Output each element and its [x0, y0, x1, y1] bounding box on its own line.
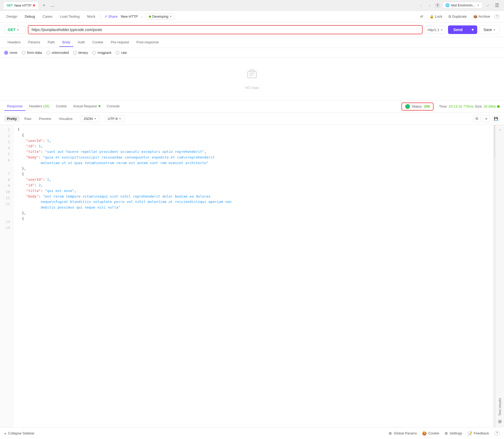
grid-view-icon[interactable]: ⊞	[497, 418, 503, 425]
lock-icon: 🔒	[430, 14, 434, 18]
method-selector[interactable]: GET ▼	[4, 26, 26, 34]
tab-cases[interactable]: Cases	[40, 13, 55, 20]
settings-label: Settings	[450, 431, 462, 435]
cookie-button[interactable]: 🍪 Cookie	[422, 431, 439, 436]
method-label: GET	[8, 28, 16, 32]
bottom-right-actions: ⚙ Global Params 🍪 Cookie ⚙ Settings 📝 Fe…	[389, 431, 500, 436]
test-results-label[interactable]: Test results	[498, 135, 502, 416]
resp-tab-console[interactable]: Console	[104, 102, 122, 111]
json-line-4: "id": 1,	[18, 143, 489, 149]
nav-forward-button[interactable]: ›	[426, 2, 433, 9]
more-tabs-button[interactable]: ...	[49, 2, 55, 8]
format-bar: Pretty Raw Preview Visualize JSON ▼ UTF-…	[0, 113, 504, 125]
line-12: 12	[0, 201, 13, 207]
radio-none	[4, 51, 8, 55]
encoding-selector[interactable]: UTF-8 ▼	[105, 115, 125, 122]
feedback-button[interactable]: 📝 Feedback	[468, 431, 489, 436]
bottom-bar: « Collapse Sidebar ⚙ Global Params 🍪 Coo…	[0, 427, 504, 439]
resp-tab-actual-request[interactable]: Actual Request	[70, 102, 103, 111]
save-response-button[interactable]: 💾	[492, 115, 500, 122]
collapse-sidebar-button[interactable]: « Collapse Sidebar	[4, 431, 35, 436]
collapse-icon: «	[4, 431, 6, 436]
hamburger-menu[interactable]: ☰	[493, 2, 501, 9]
req-tab-cookie[interactable]: Cookie	[89, 38, 106, 47]
nav-back-button[interactable]: ‹	[418, 2, 424, 9]
encoding-label: UTF-8	[108, 117, 118, 121]
global-params-button[interactable]: ⚙ Global Params	[389, 431, 417, 436]
tab-mock[interactable]: Mock	[85, 13, 97, 20]
resp-tab-headers[interactable]: Headers (26)	[27, 102, 52, 111]
json-content: [ { "userId": 1, "id": 1, "title": "sunt…	[13, 125, 493, 427]
line-14: 14	[0, 225, 13, 231]
json-line-5: "title": "sunt aut facere repellat provi…	[18, 149, 489, 155]
body-option-msgpack[interactable]: msgpack	[92, 51, 111, 55]
sync-button[interactable]: ⇄	[418, 13, 425, 20]
url-input[interactable]	[32, 28, 419, 32]
bottom-help-icon[interactable]: ?	[494, 431, 500, 436]
format-tab-pretty[interactable]: Pretty	[4, 116, 20, 122]
format-tab-preview[interactable]: Preview	[36, 116, 54, 122]
tab-design[interactable]: Design	[4, 13, 19, 20]
copy-button[interactable]: ⧉	[473, 115, 480, 122]
req-tab-postresponse[interactable]: Post-response	[133, 38, 162, 47]
actual-request-dot	[99, 105, 100, 107]
req-tab-path[interactable]: Path	[44, 38, 58, 47]
save-button[interactable]: Save ▼	[479, 25, 500, 34]
help-icon[interactable]: ?	[494, 14, 500, 19]
body-option-binary[interactable]: binary	[73, 51, 88, 55]
body-option-urlencoded[interactable]: urlencoded	[46, 51, 69, 55]
duplicate-button[interactable]: ⧉ Duplicate	[446, 13, 469, 20]
main-toolbar: Design Debug Cases Load Testing Mock ↗ S…	[0, 11, 504, 22]
req-tab-headers[interactable]: Headers	[4, 38, 24, 47]
env-status-dot	[149, 16, 151, 18]
body-option-none[interactable]: none	[4, 51, 17, 55]
duplicate-label: Duplicate	[452, 14, 467, 18]
resp-tab-cookie[interactable]: Cookie	[53, 102, 69, 111]
tab-title: New HTTP	[14, 3, 32, 7]
req-tab-body[interactable]: Body	[59, 38, 74, 47]
json-line-7: },	[18, 166, 489, 172]
response-time-meta: Time: 20:13:16 776ms Size: 26.88kb	[439, 104, 500, 108]
line-7: 7	[0, 164, 13, 177]
collapse-sidebar-icon[interactable]: «	[498, 127, 502, 133]
status-code: 200	[424, 104, 430, 108]
settings-button[interactable]: ⚙ Settings	[445, 431, 462, 436]
archive-button[interactable]: 📦 Archive	[471, 13, 492, 20]
body-option-raw[interactable]: raw	[116, 51, 127, 55]
environment-selector[interactable]: 🌐 test Environm... ▼	[442, 2, 483, 9]
lock-button[interactable]: 🔒 Lock	[427, 13, 444, 20]
body-option-msgpack-label: msgpack	[97, 51, 111, 55]
method-label-small: GET	[7, 4, 13, 7]
unsaved-indicator	[33, 4, 35, 6]
radio-msgpack	[92, 51, 96, 55]
req-tab-params[interactable]: Params	[25, 38, 43, 47]
svg-rect-3	[250, 70, 254, 72]
req-tab-prerequest[interactable]: Pre-request	[108, 38, 132, 47]
main-tab[interactable]: GET New HTTP	[3, 2, 39, 9]
tab-debug[interactable]: Debug	[22, 13, 37, 20]
env-badge[interactable]: Developing ▼	[146, 14, 175, 20]
json-line-12: "body": "est rerum tempore vitae\nsequi …	[18, 194, 489, 210]
wrap-button[interactable]: ≡	[483, 115, 490, 122]
collapse-sidebar-label: Collapse Sidebar	[8, 431, 35, 435]
format-tab-visualize[interactable]: Visualize	[56, 116, 75, 122]
format-chevron-icon: ▼	[94, 117, 97, 120]
expand-icon[interactable]: ⤢	[485, 2, 491, 9]
new-tab-button[interactable]: +	[41, 2, 47, 9]
protocol-selector[interactable]: http/1.1 ▼	[425, 26, 446, 34]
line-6: 6	[0, 157, 13, 164]
tab-load-testing[interactable]: Load Testing	[58, 13, 82, 20]
vertical-scrollbar[interactable]	[493, 125, 495, 427]
send-button[interactable]: Send ▼	[448, 25, 477, 34]
json-format-selector[interactable]: JSON ▼	[81, 115, 100, 122]
share-button[interactable]: ↗ Share	[104, 14, 118, 18]
req-tab-auth[interactable]: Auth	[74, 38, 88, 47]
feedback-label: Feedback	[474, 431, 489, 435]
scrollbar-thumb[interactable]	[494, 125, 495, 157]
format-tab-raw[interactable]: Raw	[22, 116, 34, 122]
body-option-formdata[interactable]: form-data	[22, 51, 42, 55]
json-viewer[interactable]: 1 2 3 4 5 6 7 8 9 10 11 12 13 14 [ { "us…	[0, 125, 493, 427]
send-dropdown-icon[interactable]: ▼	[468, 25, 477, 34]
body-option-binary-label: binary	[78, 51, 88, 55]
resp-tab-response[interactable]: Response	[4, 102, 25, 111]
